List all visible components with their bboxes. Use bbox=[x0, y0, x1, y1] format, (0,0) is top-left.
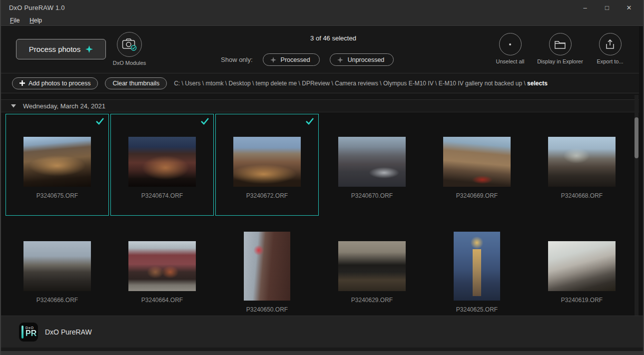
photo-thumbnail[interactable] bbox=[233, 137, 301, 187]
display-in-explorer-button[interactable]: Display in Explorer bbox=[534, 33, 586, 64]
photo-filename: P3240666.ORF bbox=[36, 297, 78, 304]
photo-tile[interactable]: P3240619.ORF bbox=[530, 218, 634, 315]
date-group-label: Wednesday, March 24, 2021 bbox=[23, 102, 105, 110]
photo-filename: P3240619.ORF bbox=[561, 297, 603, 304]
sparkle-icon bbox=[270, 57, 276, 63]
breadcrumb-path: C: \ Users \ mtomk \ Desktop \ temp dele… bbox=[174, 80, 527, 87]
action-bar: Add photos to process Clear thumbnails C… bbox=[1, 73, 639, 93]
filter-processed-button[interactable]: Processed bbox=[263, 53, 320, 66]
photo-filename: P3240675.ORF bbox=[36, 192, 78, 199]
add-photos-label: Add photos to process bbox=[28, 80, 90, 87]
photo-thumbnail[interactable] bbox=[244, 232, 290, 301]
export-icon bbox=[599, 33, 622, 55]
process-photos-label: Process photos bbox=[29, 45, 80, 53]
photo-thumbnail[interactable] bbox=[338, 137, 406, 187]
unselect-all-button[interactable]: Unselect all bbox=[486, 33, 534, 64]
photo-filename: P3240629.ORF bbox=[351, 297, 393, 304]
export-button[interactable]: Export to... bbox=[586, 33, 634, 64]
clear-thumbnails-label: Clear thumbnails bbox=[112, 80, 159, 87]
logo-text: DxO PR bbox=[25, 326, 36, 338]
selected-check-icon bbox=[200, 117, 209, 125]
photo-tile[interactable]: P3240666.ORF bbox=[5, 218, 109, 315]
thumb-row-1: P3240675.ORF P3240674.ORF P3240672.ORF P… bbox=[5, 114, 634, 216]
scrollbar-thumb[interactable] bbox=[635, 117, 639, 158]
footer-app-name: DxO PureRAW bbox=[45, 328, 92, 336]
footer-bar: DxO PR DxO PureRAW bbox=[1, 316, 643, 348]
circle-dot-icon bbox=[499, 33, 522, 55]
date-group-header[interactable]: Wednesday, March 24, 2021 bbox=[1, 99, 639, 112]
window-controls: – □ ✕ bbox=[574, 0, 640, 15]
dxo-modules-button[interactable]: DxO Modules bbox=[114, 32, 145, 66]
grid-top-strip bbox=[1, 94, 639, 99]
photo-tile[interactable]: P3240675.ORF bbox=[5, 114, 109, 216]
photo-thumbnail[interactable] bbox=[338, 241, 406, 291]
photo-tile[interactable]: P3240672.ORF bbox=[215, 114, 319, 216]
scrollbar-track[interactable] bbox=[635, 95, 639, 347]
sparkle-icon bbox=[85, 45, 93, 53]
selected-check-icon bbox=[95, 117, 104, 125]
photo-thumbnail[interactable] bbox=[128, 137, 196, 187]
selected-check-icon bbox=[305, 117, 314, 125]
window-title: DxO PureRAW 1.0 bbox=[9, 4, 65, 11]
photo-tile[interactable]: P3240629.ORF bbox=[320, 218, 424, 315]
add-photos-button[interactable]: Add photos to process bbox=[12, 77, 98, 89]
close-button[interactable]: ✕ bbox=[618, 0, 640, 15]
photo-thumbnail[interactable] bbox=[443, 137, 511, 187]
photo-thumbnail[interactable] bbox=[454, 232, 500, 301]
toolbar-center: 3 of 46 selected Show only: Processed Un… bbox=[221, 34, 431, 66]
window-bottom-edge bbox=[1, 351, 643, 355]
photo-filename: P3240650.ORF bbox=[246, 306, 288, 313]
selection-status: 3 of 46 selected bbox=[278, 34, 388, 42]
photo-thumbnail[interactable] bbox=[548, 137, 616, 187]
title-bar: DxO PureRAW 1.0 – □ ✕ bbox=[1, 0, 643, 15]
menu-bar: File Help bbox=[1, 15, 643, 26]
dxo-modules-label: DxO Modules bbox=[113, 60, 146, 66]
unselect-all-label: Unselect all bbox=[496, 58, 525, 64]
sparkle-icon bbox=[337, 57, 343, 63]
logo-pr-text: PR bbox=[25, 330, 36, 338]
photo-tile[interactable]: P3240669.ORF bbox=[425, 114, 529, 216]
minimize-button[interactable]: – bbox=[574, 0, 596, 15]
photo-tile[interactable]: P3240668.ORF bbox=[530, 114, 634, 216]
breadcrumb: C: \ Users \ mtomk \ Desktop \ temp dele… bbox=[174, 80, 548, 87]
photo-filename: P3240672.ORF bbox=[246, 192, 288, 199]
photo-thumbnail[interactable] bbox=[128, 241, 196, 291]
photo-grid: P3240675.ORF P3240674.ORF P3240672.ORF P… bbox=[1, 113, 639, 316]
photo-thumbnail[interactable] bbox=[23, 241, 91, 291]
photo-thumbnail[interactable] bbox=[23, 137, 91, 187]
process-photos-button[interactable]: Process photos bbox=[16, 39, 106, 59]
plus-icon bbox=[19, 80, 25, 86]
photo-filename: P3240669.ORF bbox=[456, 192, 498, 199]
export-label: Export to... bbox=[597, 58, 623, 64]
photo-filename: P3240668.ORF bbox=[561, 192, 603, 199]
thumb-row-2: P3240666.ORF P3240664.ORF P3240650.ORF P… bbox=[5, 218, 634, 315]
camera-icon bbox=[117, 32, 142, 57]
show-only-row: Show only: Processed Unprocessed bbox=[221, 53, 431, 66]
photo-tile[interactable]: P3240650.ORF bbox=[215, 218, 319, 315]
display-in-explorer-label: Display in Explorer bbox=[537, 58, 583, 64]
clear-thumbnails-button[interactable]: Clear thumbnails bbox=[105, 77, 167, 89]
photo-filename: P3240670.ORF bbox=[351, 192, 393, 199]
toolbar-actions: Unselect all Display in Explorer bbox=[486, 33, 634, 64]
main-toolbar: Process photos DxO Modules 3 of 46 selec… bbox=[1, 26, 639, 73]
menu-help[interactable]: Help bbox=[25, 16, 46, 25]
photo-tile[interactable]: P3240664.ORF bbox=[110, 218, 214, 315]
dxo-pureraw-logo: DxO PR bbox=[19, 323, 38, 342]
logo-accent-bar bbox=[21, 326, 23, 339]
photo-tile[interactable]: P3240674.ORF bbox=[110, 114, 214, 216]
photo-thumbnail[interactable] bbox=[548, 241, 616, 291]
collapse-triangle-icon bbox=[11, 104, 16, 108]
show-only-label: Show only: bbox=[221, 56, 253, 63]
menu-file[interactable]: File bbox=[6, 16, 23, 25]
photo-filename: P3240625.ORF bbox=[456, 306, 498, 313]
photo-tile[interactable]: P3240625.ORF bbox=[425, 218, 529, 315]
filter-processed-label: Processed bbox=[281, 56, 310, 63]
footer-lower-strip bbox=[1, 348, 643, 351]
maximize-button[interactable]: □ bbox=[596, 0, 618, 15]
filter-unprocessed-button[interactable]: Unprocessed bbox=[330, 53, 394, 66]
photo-filename: P3240664.ORF bbox=[141, 297, 183, 304]
filter-unprocessed-label: Unprocessed bbox=[348, 56, 385, 63]
folder-icon bbox=[549, 33, 572, 55]
photo-tile[interactable]: P3240670.ORF bbox=[320, 114, 424, 216]
app-window: DxO PureRAW 1.0 – □ ✕ File Help Process … bbox=[0, 0, 644, 355]
